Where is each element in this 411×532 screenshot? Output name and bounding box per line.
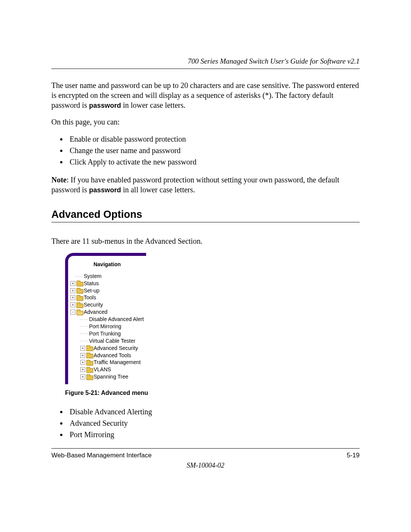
tree-item-security[interactable]: + Security bbox=[70, 301, 144, 308]
list-item: Change the user name and password bbox=[67, 145, 360, 156]
tree-item-advanced-tools[interactable]: + Advanced Tools bbox=[70, 352, 144, 359]
footer-section-title: Web-Based Management Interface bbox=[51, 452, 151, 459]
tree-item-vlans[interactable]: + VLANS bbox=[70, 366, 144, 373]
section-heading-advanced-options: Advanced Options bbox=[51, 209, 360, 222]
tree-item-advanced-security[interactable]: + Advanced Security bbox=[70, 345, 144, 352]
plus-icon[interactable]: + bbox=[70, 295, 75, 300]
capabilities-list: Enable or disable password protection Ch… bbox=[51, 134, 360, 167]
tree-joiner-icon bbox=[80, 317, 88, 322]
folder-icon bbox=[86, 353, 92, 358]
plus-icon[interactable]: + bbox=[80, 374, 85, 379]
plus-icon[interactable]: + bbox=[80, 360, 85, 365]
tree-joiner-icon bbox=[80, 324, 88, 329]
bold-password-2: password bbox=[89, 186, 121, 194]
list-item: Disable Advanced Alerting bbox=[67, 406, 360, 417]
minus-icon[interactable]: − bbox=[70, 310, 75, 315]
folder-icon bbox=[76, 303, 83, 307]
tree-joiner-icon bbox=[80, 331, 88, 336]
plus-icon[interactable]: + bbox=[70, 281, 75, 286]
page-footer: Web-Based Management Interface 5-19 SM-1… bbox=[51, 448, 360, 470]
header-title: 700 Series Managed Switch User's Guide f… bbox=[188, 57, 360, 65]
plus-icon[interactable]: + bbox=[80, 346, 85, 351]
advanced-list: Disable Advanced Alerting Advanced Secur… bbox=[51, 406, 360, 440]
plus-icon[interactable]: + bbox=[80, 367, 85, 372]
navigation-tree: System + Status + Set-up + Tools bbox=[70, 273, 144, 380]
plus-icon[interactable]: + bbox=[70, 288, 75, 293]
folder-icon bbox=[76, 288, 83, 293]
list-item: Click Apply to activate the new password bbox=[67, 157, 360, 167]
figure-caption: Figure 5-21: Advanced menu bbox=[65, 390, 360, 396]
tree-joiner-icon bbox=[80, 339, 88, 343]
list-item: Enable or disable password protection bbox=[67, 134, 360, 144]
folder-icon bbox=[86, 360, 92, 365]
note-label: Note bbox=[51, 176, 67, 184]
folder-icon bbox=[86, 375, 92, 379]
folder-icon bbox=[76, 281, 83, 286]
tree-item-advanced[interactable]: − Advanced bbox=[70, 308, 144, 316]
intro-paragraph: The user name and password can be up to … bbox=[51, 80, 360, 110]
folder-icon bbox=[76, 296, 83, 300]
navigation-panel: Navigation System + Status + Set-up bbox=[65, 253, 146, 384]
tree-item-system[interactable]: System bbox=[70, 273, 144, 280]
tree-joiner-icon bbox=[75, 274, 83, 278]
tree-item-port-mirroring[interactable]: Port Mirroring bbox=[70, 323, 144, 330]
page-header: 700 Series Managed Switch User's Guide f… bbox=[51, 57, 360, 69]
tree-item-spanning-tree[interactable]: + Spanning Tree bbox=[70, 373, 144, 380]
tree-item-port-trunking[interactable]: Port Trunking bbox=[70, 330, 144, 337]
page-can-intro: On this page, you can: bbox=[51, 117, 360, 127]
folder-open-icon bbox=[76, 310, 83, 315]
plus-icon[interactable]: + bbox=[80, 353, 85, 358]
folder-icon bbox=[86, 367, 92, 372]
advanced-intro: There are 11 sub-menus in the Advanced S… bbox=[51, 236, 360, 246]
figure-advanced-menu: Navigation System + Status + Set-up bbox=[65, 253, 360, 384]
tree-item-disable-advanced-alert[interactable]: Disable Advanced Alert bbox=[70, 316, 144, 323]
navigation-title: Navigation bbox=[70, 261, 144, 267]
folder-icon bbox=[86, 346, 92, 350]
tree-item-virtual-cable-tester[interactable]: Virtual Cable Tester bbox=[70, 337, 144, 345]
list-item: Port Mirroring bbox=[67, 429, 360, 440]
plus-icon[interactable]: + bbox=[70, 302, 75, 307]
footer-doc-number: SM-10004-02 bbox=[51, 462, 360, 470]
list-item: Advanced Security bbox=[67, 418, 360, 428]
note-paragraph: Note: If you have enabled password prote… bbox=[51, 175, 360, 195]
tree-item-setup[interactable]: + Set-up bbox=[70, 287, 144, 294]
tree-item-traffic-management[interactable]: + Traffic Management bbox=[70, 359, 144, 366]
footer-page-number: 5-19 bbox=[347, 452, 360, 459]
bold-password-1: password bbox=[89, 102, 121, 109]
page: 700 Series Managed Switch User's Guide f… bbox=[0, 0, 411, 532]
tree-item-status[interactable]: + Status bbox=[70, 280, 144, 287]
tree-item-tools[interactable]: + Tools bbox=[70, 294, 144, 301]
